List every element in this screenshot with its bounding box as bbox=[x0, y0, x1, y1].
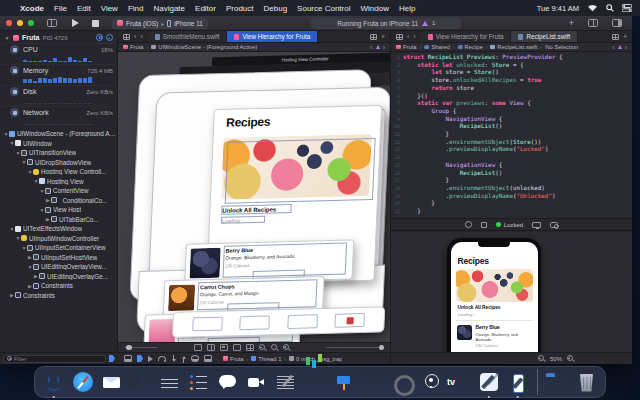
dock-item-numbers[interactable] bbox=[302, 370, 327, 395]
dock-item-simulator[interactable] bbox=[505, 370, 530, 395]
editor-options-button[interactable] bbox=[584, 18, 602, 29]
dock-item-app-store[interactable] bbox=[360, 370, 385, 395]
library-add-button[interactable]: + bbox=[565, 18, 578, 29]
runtime-issue-icon[interactable] bbox=[422, 21, 428, 26]
menu-product[interactable]: Product bbox=[226, 4, 254, 13]
tree-item-uiinputsethostview[interactable]: ▶UIInputSetHostView bbox=[0, 253, 117, 263]
dock-item-keynote[interactable] bbox=[331, 370, 356, 395]
code-line[interactable]: 17 } bbox=[391, 177, 632, 185]
forward-button[interactable]: › bbox=[140, 33, 142, 40]
tree-item-uiinputwindowcontroller[interactable]: ▼UIInputWindowController bbox=[0, 234, 117, 244]
code-line[interactable]: 16 RecipeList() bbox=[391, 170, 632, 178]
preview-zoom-in-button[interactable] bbox=[567, 355, 574, 362]
dock-item-reminders[interactable] bbox=[186, 370, 211, 395]
window-close-button[interactable] bbox=[6, 20, 12, 26]
tree-item-uiwindowscene-foreground-active[interactable]: ▼UIWindowScene - (Foreground Active) bbox=[0, 129, 117, 139]
filter-field[interactable]: Filter bbox=[3, 355, 106, 363]
breadcrumb-fruta[interactable]: Fruta bbox=[396, 44, 417, 50]
menu-xcode[interactable]: Xcode bbox=[20, 4, 44, 13]
spacing-slider-knob[interactable] bbox=[126, 345, 132, 351]
breadcrumb-recipelist-swift[interactable]: RecipeList.swift bbox=[490, 44, 537, 50]
preview-device-icon[interactable] bbox=[532, 222, 541, 228]
issue-nav-icon[interactable] bbox=[618, 45, 622, 49]
breadcrumb-no-selection[interactable]: No Selection bbox=[545, 44, 578, 50]
dock-item-safari[interactable] bbox=[70, 370, 95, 395]
preview-settings-icon[interactable] bbox=[465, 221, 472, 228]
code-line[interactable]: 9 NavigationView { bbox=[391, 116, 632, 124]
back-button[interactable]: ‹ bbox=[134, 33, 136, 40]
tab-item-wireframe-3[interactable] bbox=[287, 314, 318, 329]
tree-item-uieditingoverlayview[interactable]: ▼UIEditingOverlayView... bbox=[0, 262, 117, 272]
tree-item-uiinputsetcontainerview[interactable]: ▼UIInputSetContainerView bbox=[0, 243, 117, 253]
stop-button[interactable] bbox=[88, 18, 103, 29]
preview-selected-scheme[interactable]: Locked bbox=[496, 222, 523, 228]
pause-process-button[interactable] bbox=[96, 34, 103, 41]
zoom-in-button[interactable] bbox=[283, 344, 290, 351]
featured-smoothie-image[interactable] bbox=[221, 134, 372, 200]
breadcrumb-recipe[interactable]: Recipe bbox=[458, 44, 483, 50]
iphone-preview-device[interactable]: Recipes Unlock All Recipes Loading... Be… bbox=[447, 238, 541, 352]
menu-bar-clock[interactable]: Tue 9:41 AM bbox=[537, 4, 579, 13]
profile-process-button[interactable] bbox=[106, 34, 113, 41]
dock-item-facetime[interactable] bbox=[244, 370, 269, 395]
dock-item-trash[interactable] bbox=[574, 370, 599, 395]
minimap-icon[interactable] bbox=[612, 34, 619, 40]
menu-file[interactable]: File bbox=[54, 4, 67, 13]
swift-source-editor[interactable]: 1struct RecipeList_Previews: PreviewProv… bbox=[391, 52, 632, 218]
show-layers-button[interactable] bbox=[220, 344, 228, 351]
tree-item-uiwindow[interactable]: ▼UIWindow bbox=[0, 139, 117, 149]
continue-execution-button[interactable] bbox=[148, 356, 153, 362]
add-tab-icon[interactable]: + bbox=[381, 33, 385, 40]
split-view-button[interactable] bbox=[207, 344, 215, 351]
tab-recipelist-swift[interactable]: RecipeList.swift bbox=[511, 31, 578, 42]
tab-view-hierarchy-for-fruta[interactable]: View Hierarchy for Fruta bbox=[227, 31, 318, 42]
tree-item-uidropshadowview[interactable]: ▼UIDropShadowView bbox=[0, 158, 117, 168]
issue-nav-icon[interactable] bbox=[376, 45, 380, 49]
dock-item-podcasts[interactable] bbox=[418, 370, 443, 395]
dock-item-textedit[interactable] bbox=[273, 370, 298, 395]
inspector-toggle-button[interactable] bbox=[608, 18, 626, 29]
preview-canvas[interactable]: Recipes Unlock All Recipes Loading... Be… bbox=[391, 232, 632, 352]
view-hierarchy-3d-canvas[interactable]: Hosting View Controller Recipes Unlock A… bbox=[118, 52, 390, 344]
code-line[interactable]: 6 }() bbox=[391, 93, 632, 101]
code-line[interactable]: 12 .environmentObject(Store()) bbox=[391, 139, 632, 147]
preview-zoom-out-button[interactable] bbox=[538, 355, 545, 362]
dock-item-downloads[interactable] bbox=[545, 370, 570, 395]
tree-item-hosting-view-controll[interactable]: ▼Hosting View Controll... bbox=[0, 167, 117, 177]
spacing-slider[interactable] bbox=[124, 347, 158, 349]
code-line[interactable]: 3 let store = Store() bbox=[391, 69, 632, 77]
code-line[interactable]: 11 } bbox=[391, 131, 632, 139]
tab-view-hierarchy-for-fruta[interactable]: View Hierarchy for Fruta bbox=[421, 31, 512, 42]
prev-issue-button[interactable]: ‹ bbox=[612, 44, 614, 51]
gauge-cpu[interactable]: CPU18% bbox=[0, 43, 117, 64]
gauge-network[interactable]: NetworkZero KB/s bbox=[0, 106, 117, 127]
run-button[interactable] bbox=[68, 18, 83, 29]
code-line[interactable]: 18 .environmentObject(unlocked) bbox=[391, 185, 632, 193]
spotlight-search-icon[interactable] bbox=[606, 4, 614, 12]
code-line[interactable]: 21 } bbox=[391, 208, 632, 216]
tab-smoothiemenu-swift[interactable]: SmoothieMenu.swift bbox=[148, 31, 228, 42]
tree-item-uitexteffectswindow[interactable]: ▼UITextEffectsWindow bbox=[0, 224, 117, 234]
tree-item-uitransitionview[interactable]: ▼UITransitionView bbox=[0, 148, 117, 158]
debug-crumb-fruta[interactable]: Fruta bbox=[223, 356, 244, 362]
dock-item-xcode[interactable] bbox=[476, 370, 501, 395]
window-zoom-button[interactable] bbox=[28, 20, 34, 26]
zoom-fit-button[interactable] bbox=[271, 344, 278, 351]
code-line[interactable]: 13 .previewDisplayName("Locked") bbox=[391, 146, 632, 154]
dock-item-system-preferences[interactable] bbox=[389, 370, 414, 395]
preview-pin-icon[interactable] bbox=[481, 222, 487, 228]
dock-item-calendar[interactable]: 15 bbox=[128, 370, 153, 395]
gauge-disk[interactable]: DiskZero KB/s bbox=[0, 85, 117, 106]
runtime-issue-count[interactable]: 1 bbox=[432, 20, 435, 26]
debug-view-hierarchy-button[interactable] bbox=[191, 355, 199, 362]
menu-view[interactable]: View bbox=[101, 4, 118, 13]
breakpoints-toggle-icon[interactable] bbox=[109, 355, 115, 362]
range-slider[interactable] bbox=[326, 347, 384, 349]
step-over-button[interactable] bbox=[158, 356, 166, 361]
code-line[interactable]: 7 static var previews: some View { bbox=[391, 100, 632, 108]
menu-editor[interactable]: Editor bbox=[195, 4, 216, 13]
debug-crumb-0-mach-msg-trap[interactable]: 0 mach_msg_trap bbox=[289, 356, 342, 362]
tree-item-contentview[interactable]: ▼ContentView bbox=[0, 186, 117, 196]
menu-find[interactable]: Find bbox=[128, 4, 144, 13]
code-line[interactable]: 14 bbox=[391, 154, 632, 162]
